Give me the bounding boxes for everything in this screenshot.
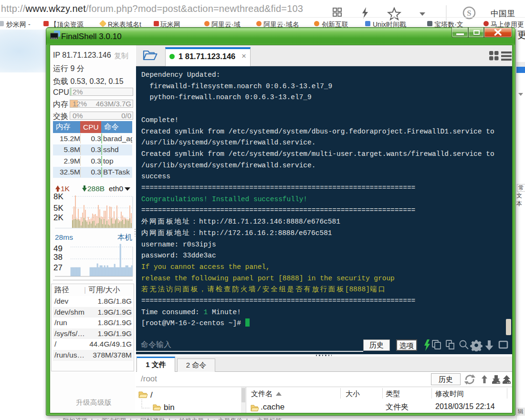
svg-text:288B: 288B	[87, 184, 105, 193]
svg-text:本机: 本机	[117, 233, 133, 241]
svg-text:S: S	[467, 9, 472, 17]
svg-text:49: 49	[53, 244, 63, 253]
svg-text:8K: 8K	[53, 192, 63, 201]
svg-text:27: 27	[53, 263, 63, 272]
svg-text:bin: bin	[164, 403, 175, 412]
svg-text:1K: 1K	[61, 184, 70, 193]
svg-text:5K: 5K	[53, 204, 63, 213]
svg-text:28ms: 28ms	[55, 233, 73, 241]
svg-text:2K: 2K	[53, 213, 63, 222]
svg-text:/: /	[150, 390, 153, 400]
svg-text:eth0: eth0	[109, 184, 124, 193]
svg-text:38: 38	[53, 253, 63, 262]
